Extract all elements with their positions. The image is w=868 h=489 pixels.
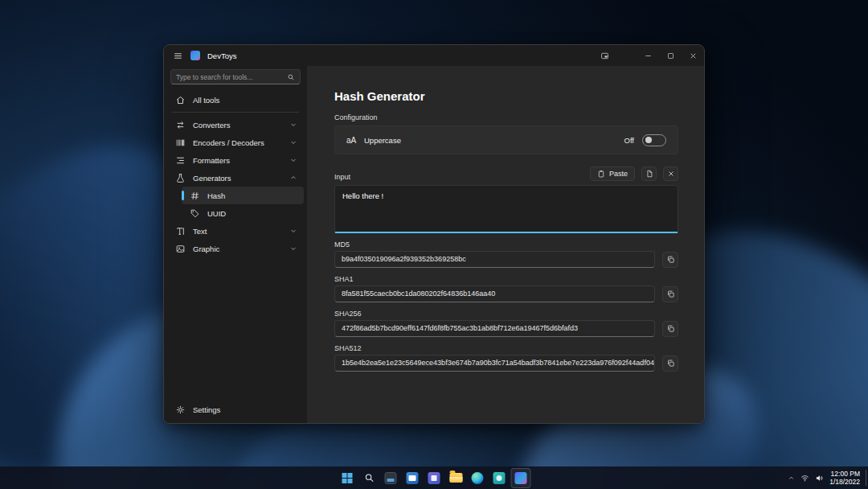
paste-button-label: Paste — [609, 170, 628, 178]
devtoys-icon — [515, 472, 527, 484]
sidebar-item-label: Hash — [207, 191, 225, 200]
toggle-knob — [645, 137, 652, 143]
nav-menu-icon[interactable] — [173, 51, 183, 61]
toggle-state-label: Off — [624, 136, 635, 145]
chevron-down-icon[interactable] — [289, 244, 297, 253]
sha512-copy-button[interactable] — [662, 355, 678, 372]
converters-icon — [175, 120, 186, 130]
tool-search-box[interactable] — [170, 69, 301, 84]
sha512-label: SHA512 — [334, 344, 678, 352]
mail-button[interactable] — [403, 468, 423, 488]
devtoys-window: DevToys All tools — [163, 44, 705, 424]
sidebar-item-graphic[interactable]: Graphic — [167, 240, 304, 257]
md5-copy-button[interactable] — [662, 252, 678, 268]
generators-icon — [175, 173, 186, 183]
file-icon — [645, 170, 653, 178]
sidebar-item-label: Converters — [193, 121, 230, 129]
home-icon — [175, 95, 186, 105]
sidebar-item-label: Formatters — [193, 156, 230, 165]
titlebar[interactable]: DevToys — [164, 45, 704, 66]
devtoys-taskbar-button[interactable] — [511, 468, 531, 488]
minimize-button[interactable] — [637, 45, 659, 66]
maximize-button[interactable] — [659, 45, 682, 66]
close-icon — [689, 51, 698, 60]
sidebar-nav: All tools Converters Encoders / Decoders — [164, 91, 307, 257]
chevron-down-icon[interactable] — [289, 227, 297, 235]
taskbar-search-button[interactable] — [359, 468, 379, 488]
taskbar-clock[interactable]: 12:00 PM 1/18/2022 — [829, 470, 860, 486]
compact-overlay-button[interactable] — [593, 45, 616, 66]
md5-section: MD5 b9a4f035019096a2f939352b369258bc — [334, 240, 678, 268]
sidebar-item-settings[interactable]: Settings — [167, 401, 304, 418]
sha256-copy-button[interactable] — [662, 321, 678, 337]
system-tray: 12:00 PM 1/18/2022 — [788, 466, 860, 489]
windows-logo-icon — [342, 473, 353, 483]
search-icon — [363, 472, 375, 483]
sha1-output-field[interactable]: 8fa581f55caecb0bc1da080202f64836b146aa40 — [334, 286, 655, 302]
sidebar-item-label: Graphic — [193, 244, 219, 253]
close-icon — [667, 170, 675, 178]
volume-icon[interactable] — [815, 474, 824, 483]
main-content: Hash Generator Configuration aA Uppercas… — [307, 66, 704, 424]
textcase-icon: aA — [346, 136, 364, 145]
task-view-button[interactable] — [381, 468, 401, 488]
paste-button[interactable]: Paste — [590, 166, 635, 181]
sha256-label: SHA256 — [334, 310, 678, 318]
sidebar-item-encoders-decoders[interactable]: Encoders / Decoders — [167, 134, 304, 151]
mail-icon — [407, 472, 419, 484]
configuration-label: Configuration — [334, 113, 678, 121]
sidebar-item-text[interactable]: Text — [167, 222, 304, 240]
uuid-icon — [190, 208, 200, 219]
chevron-down-icon[interactable] — [289, 138, 297, 146]
page-title: Hash Generator — [334, 89, 678, 103]
sidebar-item-all-tools[interactable]: All tools — [167, 91, 304, 109]
encoders-icon — [175, 138, 186, 148]
load-file-button[interactable] — [641, 166, 657, 181]
sidebar-item-generators[interactable]: Generators — [167, 169, 304, 187]
store-button[interactable] — [424, 468, 444, 488]
copy-icon — [666, 324, 675, 333]
pinned-app-button[interactable] — [489, 468, 510, 488]
search-icon[interactable] — [287, 73, 295, 81]
uppercase-label: Uppercase — [364, 136, 401, 145]
sha1-label: SHA1 — [334, 275, 678, 283]
paste-icon — [597, 170, 605, 178]
graphic-icon — [175, 244, 186, 254]
sidebar-item-converters[interactable]: Converters — [167, 116, 304, 134]
sha1-section: SHA1 8fa581f55caecb0bc1da080202f64836b14… — [334, 275, 678, 302]
uppercase-toggle[interactable] — [642, 134, 666, 146]
search-input[interactable] — [176, 73, 287, 81]
copy-icon — [666, 359, 675, 368]
sidebar-item-label: UUID — [207, 209, 226, 218]
sha1-copy-button[interactable] — [662, 286, 678, 302]
start-button[interactable] — [338, 468, 358, 488]
sha256-output-field[interactable]: 472f86ad5b7bcd90eff6147fd6f8fb755ac3b1ab… — [334, 320, 655, 337]
sha512-output-field[interactable]: 1b5e4b2ea5e1e23c5649ece43bf3e674b7a90b3f… — [334, 355, 655, 372]
sidebar-item-hash[interactable]: Hash — [182, 187, 304, 204]
input-textarea[interactable]: Hello there ! — [334, 185, 678, 233]
task-view-icon — [385, 472, 397, 484]
settings-label: Settings — [193, 405, 220, 414]
devtoys-logo-icon — [190, 51, 200, 60]
hash-icon — [190, 191, 200, 201]
formatters-icon — [175, 155, 186, 166]
app-title: DevToys — [207, 51, 236, 60]
hidden-icons-chevron-icon[interactable] — [788, 475, 795, 482]
sha256-section: SHA256 472f86ad5b7bcd90eff6147fd6f8fb755… — [334, 310, 678, 337]
close-button[interactable] — [682, 45, 704, 66]
sha512-section: SHA512 1b5e4b2ea5e1e23c5649ece43bf3e674b… — [334, 344, 678, 372]
edge-button[interactable] — [468, 468, 488, 488]
network-icon[interactable] — [800, 474, 809, 483]
chevron-down-icon[interactable] — [289, 121, 297, 129]
pinned-app-icon — [493, 472, 506, 484]
maximize-icon — [666, 51, 675, 60]
chevron-down-icon[interactable] — [289, 156, 297, 164]
chevron-up-icon[interactable] — [289, 174, 297, 182]
gear-icon — [175, 405, 186, 415]
sidebar-item-formatters[interactable]: Formatters — [167, 151, 304, 169]
clear-input-button[interactable] — [663, 166, 678, 181]
sidebar-item-label: Encoders / Decoders — [193, 138, 264, 147]
sidebar-item-uuid[interactable]: UUID — [182, 204, 304, 222]
file-explorer-button[interactable] — [446, 468, 466, 488]
md5-output-field[interactable]: b9a4f035019096a2f939352b369258bc — [334, 251, 655, 268]
